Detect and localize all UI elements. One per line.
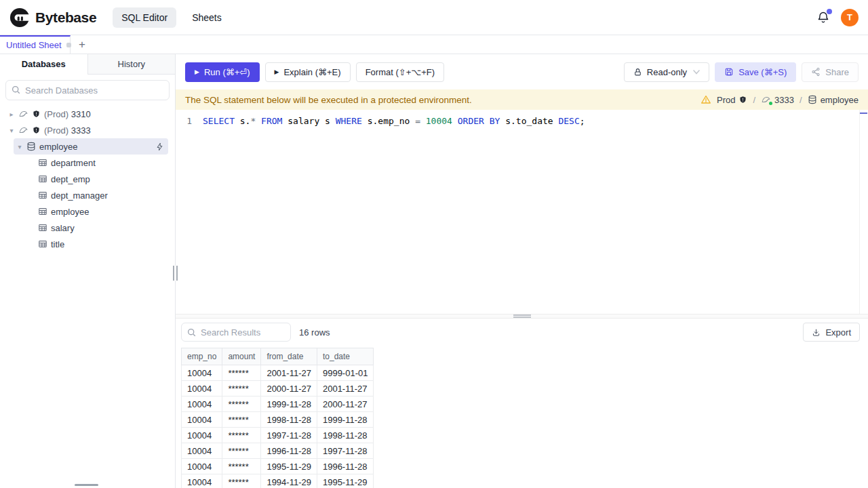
tree-item-table-department[interactable]: department xyxy=(0,155,175,171)
nav-item-sheets[interactable]: Sheets xyxy=(183,7,231,28)
sidebar-resize-handle[interactable] xyxy=(173,266,178,281)
tree-item-table-dept_manager[interactable]: dept_manager xyxy=(0,187,175,203)
avatar[interactable]: T xyxy=(841,9,859,26)
code-line: 1 SELECT s.* FROM salary s WHERE s.emp_n… xyxy=(176,110,868,127)
table-cell[interactable]: 10004 xyxy=(182,428,222,443)
table-cell[interactable]: 10004 xyxy=(182,459,222,474)
table-cell[interactable]: 1997-11-28 xyxy=(261,428,317,443)
tree-item-instance-3310[interactable]: ▸(Prod) 3310 xyxy=(0,106,175,122)
tree-item-table-employee[interactable]: employee xyxy=(0,203,175,220)
table-cell[interactable]: 2000-11-27 xyxy=(317,396,374,412)
sql-token: 10004 xyxy=(426,116,452,126)
result-table: emp_noamountfrom_dateto_date10004******2… xyxy=(181,348,374,488)
sql-token: = xyxy=(415,116,420,126)
table-cell[interactable]: 10004 xyxy=(182,396,222,412)
search-results-input[interactable] xyxy=(181,323,291,342)
instance-crumb[interactable]: 3333 xyxy=(761,95,794,105)
database-icon xyxy=(808,95,817,104)
table-cell[interactable]: 9999-01-01 xyxy=(317,365,374,381)
column-header-emp_no[interactable]: emp_no xyxy=(182,348,222,365)
readonly-mode-button[interactable]: Read-only xyxy=(624,62,709,82)
table-cell[interactable]: 10004 xyxy=(182,474,222,488)
table-row: 10004******1998-11-281999-11-28 xyxy=(182,412,374,428)
save-button[interactable]: Save (⌘+S) xyxy=(715,62,796,82)
caret-down-icon[interactable]: ▾ xyxy=(8,127,15,134)
share-button[interactable]: Share xyxy=(802,62,859,82)
tree-item-table-title[interactable]: title xyxy=(0,236,175,252)
tab-databases[interactable]: Databases xyxy=(0,54,87,75)
table-cell[interactable]: ****** xyxy=(222,365,261,381)
horizontal-scrollbar-thumb[interactable] xyxy=(75,484,98,486)
add-sheet-button[interactable]: + xyxy=(71,35,94,54)
table-name: department xyxy=(51,158,96,168)
tree-item-table-dept_emp[interactable]: dept_emp xyxy=(0,171,175,187)
table-row: 10004******1996-11-281997-11-28 xyxy=(182,443,374,459)
tree-item-table-salary[interactable]: salary xyxy=(0,220,175,236)
search-databases-input[interactable] xyxy=(5,80,170,100)
sql-editor[interactable]: 1 SELECT s.* FROM salary s WHERE s.emp_n… xyxy=(176,110,868,314)
column-header-to_date[interactable]: to_date xyxy=(317,348,374,365)
instance-label: (Prod) 3333 xyxy=(44,125,91,136)
table-cell[interactable]: ****** xyxy=(222,443,261,459)
protected-environment-banner: The SQL statement below will be executed… xyxy=(176,89,868,110)
table-cell[interactable]: 1998-11-28 xyxy=(317,428,374,443)
column-header-from_date[interactable]: from_date xyxy=(261,348,317,365)
table-cell[interactable]: 2000-11-27 xyxy=(261,381,317,396)
table-cell[interactable]: ****** xyxy=(222,412,261,428)
column-header-amount[interactable]: amount xyxy=(222,348,261,365)
explain-button[interactable]: ▶ Explain (⌘+E) xyxy=(265,62,351,82)
table-cell[interactable]: 10004 xyxy=(182,443,222,459)
sidebar-tabs: Databases History xyxy=(0,54,175,75)
table-cell[interactable]: 1994-11-29 xyxy=(261,474,317,488)
table-cell[interactable]: ****** xyxy=(222,474,261,488)
row-count: 16 rows xyxy=(299,327,330,338)
table-cell[interactable]: 10004 xyxy=(182,381,222,396)
table-cell[interactable]: ****** xyxy=(222,428,261,443)
table-icon xyxy=(38,207,47,216)
table-cell[interactable]: 2001-11-27 xyxy=(261,365,317,381)
caret-down-icon[interactable]: ▾ xyxy=(16,143,23,150)
table-cell[interactable]: 1999-11-28 xyxy=(261,396,317,412)
table-cell[interactable]: 2001-11-27 xyxy=(317,381,374,396)
table-name: salary xyxy=(51,223,75,233)
table-name: employee xyxy=(51,207,89,217)
shield-icon xyxy=(738,96,747,104)
tab-untitled-sheet[interactable]: Untitled Sheet xyxy=(0,35,71,54)
environment-crumb[interactable]: Prod xyxy=(717,95,747,105)
breadcrumb-separator: / xyxy=(753,95,755,105)
play-icon: ▶ xyxy=(275,69,279,75)
run-button[interactable]: ▶ Run (⌘+⏎) xyxy=(185,62,260,82)
table-icon xyxy=(38,158,47,167)
instance-label: (Prod) 3310 xyxy=(44,109,91,119)
overview-ruler[interactable] xyxy=(859,110,868,314)
table-cell[interactable]: 1997-11-28 xyxy=(317,443,374,459)
tree-item-database-employee[interactable]: ▾employee xyxy=(14,138,168,155)
table-row: 10004******2000-11-272001-11-27 xyxy=(182,381,374,396)
table-cell[interactable]: ****** xyxy=(222,459,261,474)
table-cell[interactable]: ****** xyxy=(222,381,261,396)
table-cell[interactable]: 10004 xyxy=(182,412,222,428)
table-cell[interactable]: 1995-11-29 xyxy=(261,459,317,474)
chevron-down-icon xyxy=(693,70,700,75)
shield-icon xyxy=(32,110,41,119)
caret-right-icon[interactable]: ▸ xyxy=(8,110,15,118)
sql-statement: SELECT s.* FROM salary s WHERE s.emp_no … xyxy=(203,115,585,127)
table-icon xyxy=(38,239,47,249)
notifications-button[interactable] xyxy=(816,11,830,24)
table-cell[interactable]: 10004 xyxy=(182,365,222,381)
database-crumb[interactable]: employee xyxy=(808,95,859,105)
nav-item-sql-editor[interactable]: SQL Editor xyxy=(113,7,176,28)
table-cell[interactable]: 1999-11-28 xyxy=(317,412,374,428)
table-cell[interactable]: 1998-11-28 xyxy=(261,412,317,428)
top-nav: SQL EditorSheets xyxy=(113,7,231,28)
results-resize-divider[interactable] xyxy=(176,314,868,319)
table-cell[interactable]: 1996-11-28 xyxy=(261,443,317,459)
format-button[interactable]: Format (⇧+⌥+F) xyxy=(356,62,444,82)
tree-item-instance-3333[interactable]: ▾(Prod) 3333 xyxy=(0,122,175,138)
connect-bolt-icon[interactable] xyxy=(155,142,164,151)
table-cell[interactable]: ****** xyxy=(222,396,261,412)
table-cell[interactable]: 1996-11-28 xyxy=(317,459,374,474)
tab-history[interactable]: History xyxy=(87,54,176,75)
export-button[interactable]: Export xyxy=(803,323,860,342)
table-cell[interactable]: 1995-11-29 xyxy=(317,474,374,488)
